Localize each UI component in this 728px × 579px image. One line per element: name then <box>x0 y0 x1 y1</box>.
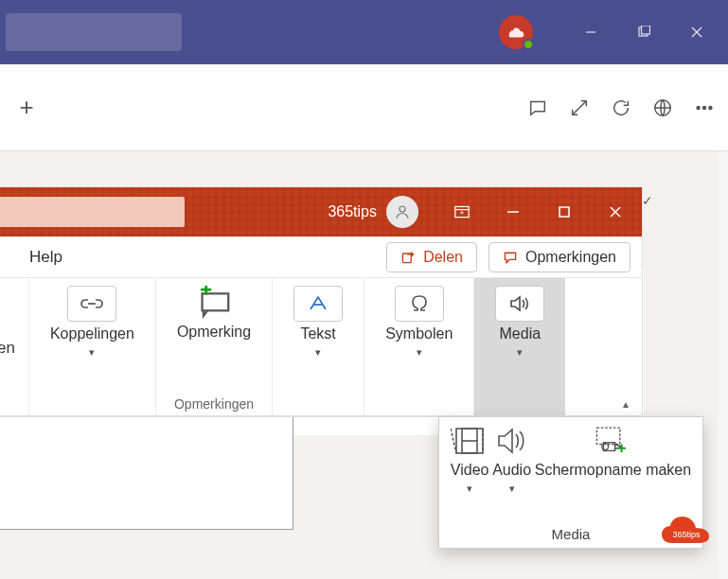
text-icon <box>293 286 343 322</box>
chevron-down-icon: ▾ <box>517 346 523 359</box>
ppt-close-button[interactable] <box>598 195 632 229</box>
chevron-down-icon: ▾ <box>509 482 515 495</box>
svg-point-6 <box>697 106 700 109</box>
link-icon <box>67 286 116 322</box>
checkmark-icon: ✓ <box>642 193 653 208</box>
more-icon[interactable] <box>694 97 715 118</box>
chevron-down-icon: ▾ <box>315 346 321 359</box>
svg-line-23 <box>451 429 456 453</box>
globe-icon[interactable] <box>652 97 673 118</box>
window-close-button[interactable] <box>673 13 720 51</box>
speaker-icon <box>495 286 544 322</box>
ppt-maximize-button[interactable] <box>547 195 581 229</box>
ribbon-group-text: Tekst ▾ <box>273 278 364 415</box>
text-label: Tekst <box>300 325 335 342</box>
badge-text: 365tips <box>660 530 713 539</box>
text-button[interactable]: Tekst ▾ <box>290 284 346 360</box>
ribbon-group-media: Media ▾ <box>474 278 565 415</box>
account-name: 365tips <box>328 203 377 220</box>
collapse-ribbon-button[interactable]: ▴ <box>623 397 629 411</box>
ribbon-group-comment: Opmerking Opmerkingen <box>156 278 273 415</box>
symbols-button[interactable]: Symbolen ▾ <box>382 284 456 360</box>
links-label: Koppelingen <box>50 325 134 342</box>
add-tab-button[interactable]: + <box>9 93 44 122</box>
links-button[interactable]: Koppelingen ▾ <box>46 284 138 360</box>
window-minimize-button[interactable] <box>567 13 614 51</box>
insert-audio-button[interactable]: Audio ▾ <box>492 425 531 495</box>
comment-group-label: Opmerkingen <box>156 396 272 412</box>
ribbon-group-links: Koppelingen ▾ <box>29 278 156 415</box>
toolbar-icons <box>527 97 715 118</box>
new-comment-button[interactable]: Opmerking <box>173 284 255 342</box>
teams-tab-toolbar: + <box>0 64 728 151</box>
search-input[interactable] <box>6 13 182 51</box>
omega-icon <box>395 286 444 322</box>
insert-video-button[interactable]: Video ▾ <box>451 425 489 495</box>
ppt-command-bar: Help Delen Opmerkingen <box>0 237 642 278</box>
svg-point-7 <box>703 106 706 109</box>
help-tab[interactable]: Help <box>29 248 62 267</box>
screen-recording-button[interactable]: Schermopname maken <box>535 425 691 479</box>
comment-label: Opmerking <box>177 324 251 341</box>
account-indicator[interactable]: 365tips <box>328 196 418 228</box>
share-button-label: Delen <box>423 249 463 266</box>
video-label: Video <box>451 461 489 479</box>
teams-titlebar <box>0 0 728 64</box>
window-maximize-button[interactable] <box>620 13 667 51</box>
presence-indicator <box>523 39 534 50</box>
share-button[interactable]: Delen <box>386 242 477 272</box>
powerpoint-window: 365tips Help Delen Opmerkingen <box>0 187 642 416</box>
ribbon-group-symbols: Symbolen ▾ <box>364 278 474 415</box>
svg-point-9 <box>400 206 405 212</box>
chevron-down-icon: ▾ <box>89 346 95 359</box>
tips365-badge: 365tips <box>660 515 713 551</box>
symbols-label: Symbolen <box>385 325 453 342</box>
media-button[interactable]: Media ▾ <box>491 284 548 360</box>
svg-rect-18 <box>203 293 229 310</box>
svg-rect-27 <box>597 428 620 444</box>
media-label: Media <box>500 325 542 342</box>
partial-label: en <box>0 339 15 358</box>
ppt-titlebar: 365tips <box>0 187 642 237</box>
refresh-icon[interactable] <box>611 97 631 118</box>
document-title-field[interactable] <box>0 197 185 227</box>
expand-icon[interactable] <box>569 97 590 118</box>
vertical-scrollbar[interactable] <box>717 151 728 579</box>
ppt-minimize-button[interactable] <box>496 195 530 229</box>
chat-icon[interactable] <box>527 97 548 118</box>
ribbon-display-options-button[interactable] <box>445 195 479 229</box>
chevron-down-icon: ▾ <box>417 346 422 359</box>
comments-button-label: Opmerkingen <box>525 249 616 266</box>
ribbon-group-partial: en <box>0 278 29 415</box>
audio-label: Audio <box>492 461 531 479</box>
person-icon <box>386 196 418 228</box>
chevron-down-icon: ▾ <box>467 482 472 495</box>
ribbon: en Koppelingen ▾ Opmerking Op <box>0 278 642 416</box>
avatar[interactable] <box>499 15 533 49</box>
svg-point-8 <box>709 106 712 109</box>
screen-recording-label: Schermopname maken <box>535 461 691 479</box>
svg-rect-2 <box>642 26 650 34</box>
svg-rect-13 <box>559 207 569 217</box>
titlebar-right <box>499 13 720 51</box>
comments-button[interactable]: Opmerkingen <box>488 242 630 272</box>
